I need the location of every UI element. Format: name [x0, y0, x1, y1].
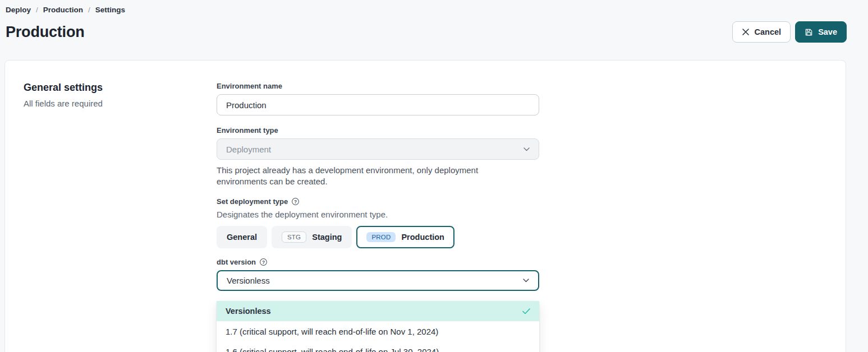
section-title: General settings [24, 82, 217, 94]
breadcrumb: Deploy / Production / Settings [6, 6, 847, 14]
environment-name-input[interactable] [217, 94, 539, 115]
help-circle-icon[interactable]: ? [291, 197, 300, 206]
environment-name-group: Environment name [217, 82, 539, 115]
dbt-version-select[interactable]: Versionless [217, 270, 539, 291]
top-bar: Deploy / Production / Settings Productio… [0, 0, 868, 43]
close-icon [742, 28, 750, 36]
save-button-label: Save [818, 27, 837, 36]
dropdown-option-1-7[interactable]: 1.7 (critical support, will reach end-of… [217, 321, 539, 341]
save-disk-icon [805, 28, 813, 36]
breadcrumb-separator: / [36, 6, 38, 14]
breadcrumb-separator: / [88, 6, 90, 14]
page-header: Production Cancel Save [6, 21, 847, 43]
chevron-down-icon [523, 279, 529, 282]
settings-form: Environment name Environment type Deploy… [217, 82, 539, 352]
deployment-type-general-button[interactable]: General [217, 226, 267, 248]
deployment-type-options: General STG Staging PROD Production [217, 226, 539, 248]
deployment-type-group: Set deployment type ? Designates the dep… [217, 197, 539, 248]
deployment-type-label: Set deployment type ? [217, 197, 539, 206]
settings-info: General settings All fields are required [24, 82, 217, 352]
dropdown-option-versionless[interactable]: Versionless [217, 301, 539, 321]
header-actions: Cancel Save [732, 21, 847, 43]
check-icon [522, 308, 530, 314]
deployment-type-label-text: Set deployment type [217, 197, 288, 206]
dropdown-option-label: Versionless [226, 307, 271, 316]
breadcrumb-deploy[interactable]: Deploy [6, 6, 31, 14]
cancel-button[interactable]: Cancel [732, 21, 791, 43]
environment-type-label: Environment type [217, 126, 539, 135]
dropdown-option-1-6[interactable]: 1.6 (critical support, will reach end-of… [217, 341, 539, 352]
environment-type-note: This project already has a development e… [217, 165, 531, 187]
deployment-type-staging-button[interactable]: STG Staging [272, 226, 352, 248]
dropdown-option-label: 1.7 (critical support, will reach end-of… [226, 327, 438, 336]
svg-text:?: ? [262, 260, 265, 265]
page-title: Production [6, 24, 85, 41]
cancel-button-label: Cancel [755, 27, 782, 36]
dbt-version-label: dbt version ? [217, 258, 539, 266]
environment-type-select: Deployment [217, 138, 539, 160]
dbt-version-value: Versionless [227, 276, 270, 285]
deployment-type-description: Designates the deployment environment ty… [217, 210, 539, 219]
dbt-version-dropdown: Versionless 1.7 (critical support, will … [217, 301, 539, 352]
environment-type-group: Environment type Deployment This project… [217, 126, 539, 187]
svg-text:?: ? [294, 199, 297, 205]
prod-badge: PROD [366, 232, 396, 242]
breadcrumb-settings: Settings [95, 6, 125, 14]
save-button[interactable]: Save [795, 21, 847, 43]
deployment-type-general-label: General [227, 233, 257, 242]
general-settings-card: General settings All fields are required… [4, 60, 846, 352]
dbt-version-label-text: dbt version [217, 258, 256, 266]
deployment-type-staging-label: Staging [312, 233, 342, 242]
dropdown-option-label: 1.6 (critical support, will reach end-of… [226, 347, 439, 352]
environment-name-label: Environment name [217, 82, 539, 90]
deployment-type-production-label: Production [401, 233, 444, 242]
help-circle-icon[interactable]: ? [259, 258, 268, 266]
breadcrumb-production[interactable]: Production [43, 6, 83, 14]
dbt-version-group: dbt version ? Versionless Versionless [217, 258, 539, 352]
chevron-down-icon [523, 147, 530, 151]
deployment-type-production-button[interactable]: PROD Production [356, 226, 454, 248]
environment-type-value: Deployment [226, 145, 271, 154]
staging-badge: STG [282, 231, 306, 243]
section-subtitle: All fields are required [24, 99, 217, 108]
